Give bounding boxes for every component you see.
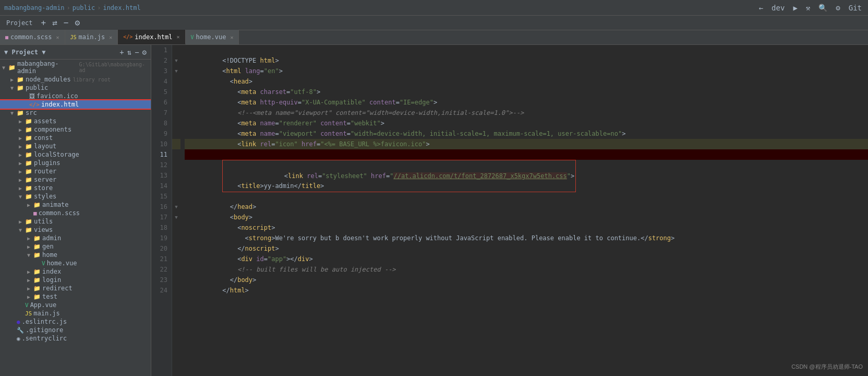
minus-btn[interactable]: − [62,17,71,29]
code-line-2: <html lang="en"> [185,55,868,66]
sidebar-item-main-js[interactable]: JS main.js [0,309,151,318]
sidebar-item-const[interactable]: ▶ 📁 const [0,134,151,142]
tab-index-html[interactable]: </> index.html ✕ [118,30,185,44]
sidebar-item-layout[interactable]: ▶ 📁 layout [0,142,151,150]
breadcrumb-file[interactable]: index.html [103,4,140,11]
sidebar-gear-icon[interactable]: ⚙ [142,48,147,56]
code-line-16: <body> [185,202,868,212]
sidebar-item-common-scss[interactable]: ■ common.scss [0,209,151,217]
sidebar-item-plugins[interactable]: ▶ 📁 plugins [0,159,151,167]
sidebar-item-styles[interactable]: ▼ 📁 styles [0,192,151,201]
tree-label-plugins: plugins [34,159,61,167]
tree-label-utils: utils [34,218,53,225]
expand-arrow: ▶ [27,244,33,250]
sidebar-item-sentry[interactable]: ◉ .sentryclirc [0,334,151,343]
sidebar-item-home[interactable]: ▼ 📁 home [0,251,151,259]
expand-arrow: ▶ [27,202,33,208]
sidebar: ▼ Project ▼ + ⇅ − ⚙ ▼ 📁 mabangbang-admin… [0,45,151,376]
git-icon[interactable]: Git [847,3,864,13]
sidebar-item-store[interactable]: ▶ 📁 store [0,184,151,192]
sidebar-item-localstorage[interactable]: ▶ 📁 localStorage [0,150,151,159]
close-icon[interactable]: ✕ [177,34,180,40]
expand-arrow: ▶ [27,277,33,283]
sidebar-minus-icon[interactable]: − [135,48,139,56]
sidebar-item-login[interactable]: ▶ 📁 login [0,276,151,284]
fold-8 [172,118,180,128]
code-lines[interactable]: <!DOCTYPE html> <html lang="en"> <head> … [180,45,868,376]
gear-btn[interactable]: ⚙ [73,17,82,29]
folder-icon: 📁 [17,110,24,116]
sidebar-item-test[interactable]: ▶ 📁 test [0,292,151,301]
tree-label-test: test [42,293,57,300]
branch-selector[interactable]: dev [769,3,787,13]
sidebar-item-components[interactable]: ▶ 📁 components [0,125,151,134]
add-btn[interactable]: + [39,17,49,29]
sync-btn[interactable]: ⇄ [50,17,59,29]
fold-19 [172,233,180,243]
sidebar-item-home-vue[interactable]: V home.vue [0,259,151,267]
sidebar-item-app-vue[interactable]: V App.vue [0,301,151,309]
code-area: 1 2 3 4 5 6 7 8 9 10 11 12 13 14 15 16 1… [151,45,868,376]
sidebar-item-src[interactable]: ▼ 📁 src [0,109,151,117]
sidebar-item-router[interactable]: ▶ 📁 router [0,167,151,175]
line-num-11: 11 [153,149,167,160]
tab-home-vue[interactable]: V home.vue ✕ [186,30,239,44]
tree-label-index-html: index.html [41,101,79,108]
build-icon[interactable]: ⚒ [804,3,812,13]
line-num-3: 3 [153,66,167,76]
sidebar-item-eslintrc[interactable]: ● .eslintrc.js [0,318,151,326]
sidebar-item-index-html[interactable]: </> index.html [0,100,151,109]
line-num-17: 17 [153,212,167,222]
sidebar-item-public[interactable]: ▼ 📁 public [0,84,151,92]
breadcrumb-root[interactable]: mabangbang-admin [4,4,65,11]
folder-icon: 📁 [33,252,41,258]
tab-label: index.html [135,33,172,41]
tab-label: common.scss [10,33,52,41]
sidebar-add-icon[interactable]: + [119,48,124,56]
back-icon[interactable]: ← [757,3,765,13]
code-editor[interactable]: 1 2 3 4 5 6 7 8 9 10 11 12 13 14 15 16 1… [151,45,868,376]
code-line-24 [185,285,868,296]
run-icon[interactable]: ▶ [791,3,799,13]
sidebar-item-admin[interactable]: ▶ 📁 admin [0,234,151,242]
close-icon[interactable]: ✕ [109,34,112,40]
close-icon[interactable]: ✕ [230,34,233,40]
code-line-15: </head> [185,191,868,202]
sidebar-item-index[interactable]: ▶ 📁 index [0,267,151,276]
fold-17[interactable]: ▼ [172,212,180,222]
expand-arrow: ▼ [27,252,33,258]
line-num-21: 21 [153,254,167,264]
line-num-6: 6 [153,97,167,108]
sidebar-item-views[interactable]: ▼ 📁 views [0,226,151,234]
vue-icon: V [191,34,194,40]
toolbar: Project + ⇄ − ⚙ [0,16,868,30]
sidebar-sort-icon[interactable]: ⇅ [127,48,131,56]
folder-icon: 📁 [25,177,32,183]
sidebar-item-favicon[interactable]: 🖼 favicon.ico [0,92,151,100]
sidebar-item-gen[interactable]: ▶ 📁 gen [0,242,151,251]
fold-5 [172,87,180,97]
sidebar-item-redirect[interactable]: ▶ 📁 redirect [0,284,151,292]
tree-label-main-js: main.js [33,310,60,317]
fold-16[interactable]: ▼ [172,202,180,212]
sidebar-item-server[interactable]: ▶ 📁 server [0,175,151,184]
tab-common-scss[interactable]: ■ common.scss ✕ [0,30,65,44]
folder-icon: 📁 [8,64,16,71]
fold-7 [172,108,180,118]
breadcrumb-folder[interactable]: public [73,4,95,11]
sidebar-item-assets[interactable]: ▶ 📁 assets [0,117,151,125]
settings-icon[interactable]: ⚙ [834,3,842,13]
fold-2[interactable]: ▼ [172,55,180,66]
sidebar-item-animate[interactable]: ▶ 📁 animate [0,201,151,209]
code-line-4: <meta charset="utf-8"> [185,76,868,87]
sidebar-item-gitignore[interactable]: 🔧 .gitignore [0,326,151,334]
tree-item-root[interactable]: ▼ 📁 mabangbang-admin G:\GitLab\mabangban… [0,60,151,75]
fold-3[interactable]: ▼ [172,66,180,76]
tab-main-js[interactable]: JS main.js ✕ [65,30,118,44]
js-icon: JS [25,310,32,317]
sidebar-item-node-modules[interactable]: ▶ 📁 node_modules library root [0,75,151,84]
search-icon[interactable]: 🔍 [816,3,829,13]
close-icon[interactable]: ✕ [56,34,59,40]
code-line-17: <noscript> [185,212,868,222]
sidebar-item-utils[interactable]: ▶ 📁 utils [0,217,151,226]
